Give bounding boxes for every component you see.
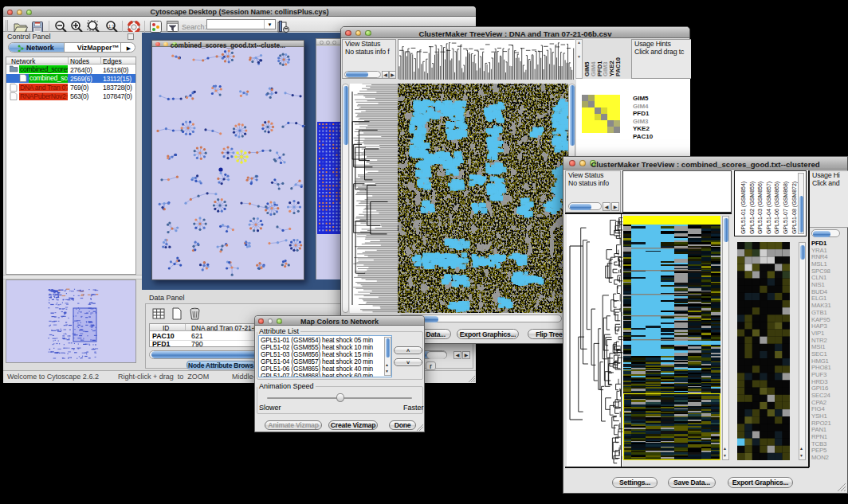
svg-text:1:1: 1:1: [108, 24, 115, 29]
